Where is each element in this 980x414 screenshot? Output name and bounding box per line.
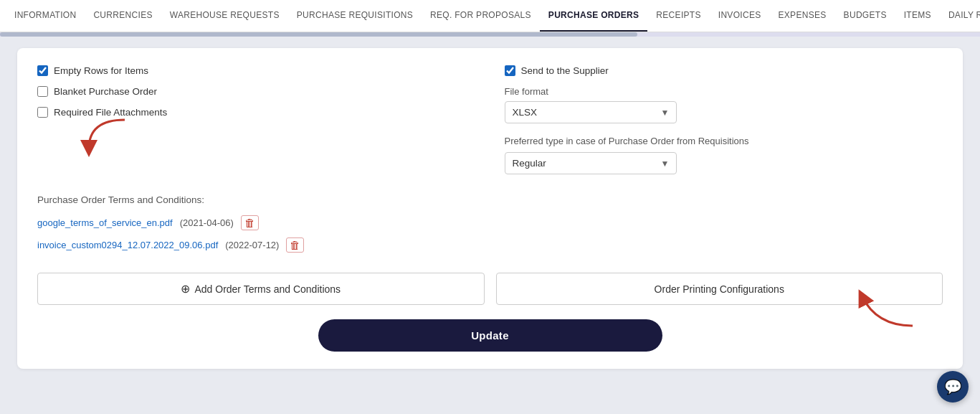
add-order-terms-button[interactable]: ⊕ Add Order Terms and Conditions <box>37 273 485 305</box>
preferred-type-select-wrapper: Regular Blanket ▼ <box>505 152 677 174</box>
tab-information[interactable]: INFORMATION <box>6 0 85 32</box>
tab-req-for-proposals[interactable]: REQ. FOR PROPOSALS <box>422 0 540 32</box>
tab-expenses[interactable]: EXPENSES <box>770 0 835 32</box>
blanket-order-label: Blanket Purchase Order <box>54 86 157 97</box>
chat-bubble-button[interactable]: 💬 <box>937 371 969 403</box>
required-attachments-checkbox-row: Required File Attachments <box>37 107 476 118</box>
settings-card: Empty Rows for Items Blanket Purchase Or… <box>17 48 963 369</box>
chat-icon: 💬 <box>944 378 962 395</box>
tab-currencies[interactable]: CURRENCIES <box>85 0 161 32</box>
bottom-buttons-row: ⊕ Add Order Terms and Conditions Order P… <box>37 273 943 305</box>
update-button-row: Update <box>37 319 943 352</box>
tab-daily-reminders[interactable]: DAILY REMINDERS <box>940 0 980 32</box>
send-to-supplier-row: Send to the Supplier <box>505 65 943 76</box>
terms-file-date-1: (2021-04-06) <box>180 217 234 228</box>
card-columns: Empty Rows for Items Blanket Purchase Or… <box>37 65 943 174</box>
right-column: Send to the Supplier File format XLSX PD… <box>505 65 943 174</box>
terms-file-row-2: invoice_custom0294_12.07.2022_09.06.pdf … <box>37 237 943 253</box>
delete-terms-2-button[interactable]: 🗑 <box>286 237 304 253</box>
empty-rows-label: Empty Rows for Items <box>54 65 148 76</box>
terms-title: Purchase Order Terms and Conditions: <box>37 194 943 205</box>
add-terms-label: Add Order Terms and Conditions <box>194 283 341 295</box>
tab-invoices[interactable]: INVOICES <box>710 0 770 32</box>
left-column: Empty Rows for Items Blanket Purchase Or… <box>37 65 476 174</box>
update-button[interactable]: Update <box>318 319 662 352</box>
blanket-order-checkbox[interactable] <box>37 86 48 97</box>
blanket-order-checkbox-row: Blanket Purchase Order <box>37 86 476 97</box>
printing-config-label: Order Printing Configurations <box>655 283 784 295</box>
file-format-label: File format <box>505 86 943 97</box>
file-format-select-wrapper: XLSX PDF CSV ▼ <box>505 101 677 123</box>
empty-rows-checkbox-row: Empty Rows for Items <box>37 65 476 76</box>
tab-purchase-requisitions[interactable]: PURCHASE REQUISITIONS <box>288 0 422 32</box>
order-printing-config-button[interactable]: Order Printing Configurations <box>496 273 943 305</box>
empty-rows-checkbox[interactable] <box>37 65 48 76</box>
send-to-supplier-checkbox[interactable] <box>505 65 515 76</box>
delete-terms-1-button[interactable]: 🗑 <box>241 215 259 230</box>
preferred-type-select[interactable]: Regular Blanket <box>505 152 677 174</box>
tab-purchase-orders[interactable]: PURCHASE ORDERS <box>540 0 648 32</box>
terms-file-date-2: (2022-07-12) <box>225 240 279 250</box>
preferred-type-label: Preferred type in case of Purchase Order… <box>505 135 943 148</box>
main-content: Empty Rows for Items Blanket Purchase Or… <box>0 37 980 380</box>
scroll-thumb <box>0 32 637 37</box>
terms-file-row-1: google_terms_of_service_en.pdf (2021-04-… <box>37 215 943 230</box>
plus-icon: ⊕ <box>181 282 190 296</box>
tab-items[interactable]: ITEMS <box>895 0 940 32</box>
scroll-track <box>0 32 980 37</box>
terms-section: Purchase Order Terms and Conditions: goo… <box>37 194 943 253</box>
tab-budgets[interactable]: BUDGETS <box>835 0 895 32</box>
required-attachments-label: Required File Attachments <box>54 107 167 118</box>
terms-file-link-1[interactable]: google_terms_of_service_en.pdf <box>37 217 173 228</box>
send-to-supplier-label: Send to the Supplier <box>521 65 609 76</box>
terms-file-link-2[interactable]: invoice_custom0294_12.07.2022_09.06.pdf <box>37 240 218 250</box>
tab-warehouse-requests[interactable]: WAREHOUSE REQUESTS <box>161 0 288 32</box>
file-format-select[interactable]: XLSX PDF CSV <box>505 101 677 123</box>
required-attachments-checkbox[interactable] <box>37 107 48 118</box>
nav-tabs: INFORMATION CURRENCIES WAREHOUSE REQUEST… <box>0 0 980 32</box>
tab-receipts[interactable]: RECEIPTS <box>647 0 709 32</box>
